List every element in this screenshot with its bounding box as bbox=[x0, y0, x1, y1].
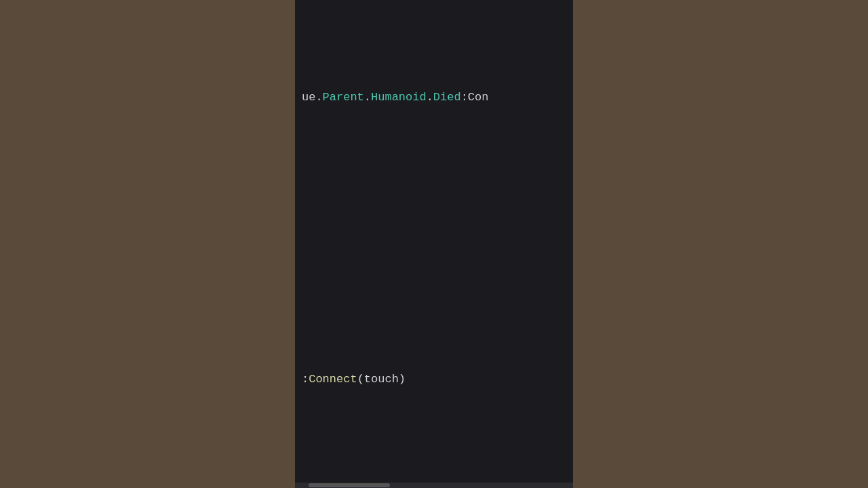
sidebar-left bbox=[0, 0, 295, 488]
code-line-3 bbox=[302, 260, 566, 282]
code-line-2 bbox=[302, 195, 566, 217]
code-panel: ue.Parent.Humanoid.Died:Con :Connect(tou… bbox=[295, 0, 573, 488]
scrollbar-bottom[interactable] bbox=[295, 483, 573, 488]
code-line-1: ue.Parent.Humanoid.Died:Con bbox=[302, 87, 566, 108]
code-content: ue.Parent.Humanoid.Died:Con :Connect(tou… bbox=[295, 0, 573, 488]
code-line-4: :Connect(touch) bbox=[302, 369, 566, 390]
scrollbar-thumb[interactable] bbox=[309, 483, 390, 487]
sidebar-right bbox=[573, 0, 868, 488]
